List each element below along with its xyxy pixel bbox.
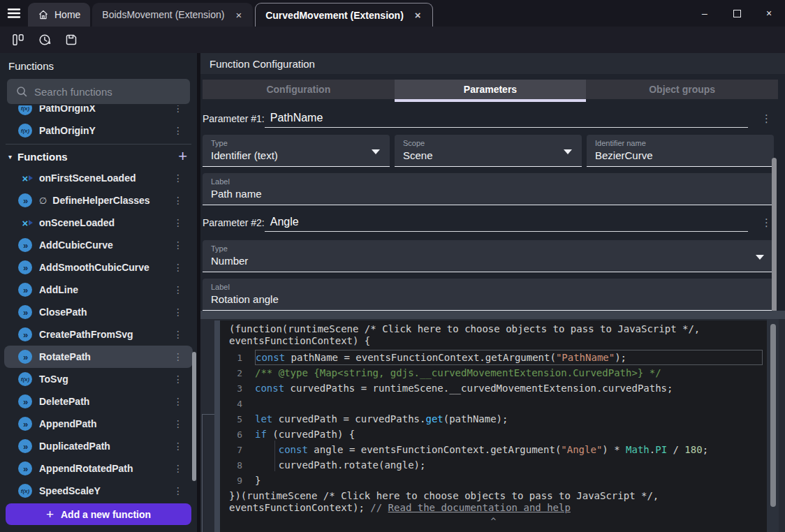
function-menu-button[interactable]: ⋮	[170, 306, 186, 318]
function-list-item-ToSvg[interactable]: f(x)ToSvg⋮	[4, 368, 193, 390]
close-tab-icon[interactable]: ×	[413, 9, 423, 21]
code-editor[interactable]: 1const pathName = eventsFunctionContext.…	[220, 350, 767, 488]
functions-section-header[interactable]: ▾ Functions +	[0, 146, 197, 167]
close-window-button[interactable]: ×	[753, 3, 785, 24]
events-scrollbar-thumb[interactable]	[770, 324, 776, 507]
minimize-button[interactable]: –	[689, 3, 721, 24]
function-list-item-AddLine[interactable]: »AddLine⋮	[4, 279, 193, 301]
close-tab-icon[interactable]: ×	[234, 9, 243, 21]
function-list-item-CreatePathFromSvg[interactable]: »CreatePathFromSvg⋮	[4, 323, 193, 346]
project-manager-button[interactable]	[8, 30, 28, 50]
parameter-name-input[interactable]: PathName	[265, 112, 748, 128]
parameter-name-input[interactable]: Angle	[265, 216, 748, 232]
collapse-icon[interactable]: ▾	[8, 153, 12, 161]
type-dropdown[interactable]: Type Identifier (text)	[203, 135, 390, 167]
function-list-item-ClosePath[interactable]: »ClosePath⋮	[4, 301, 193, 323]
events-scrollbar-track[interactable]	[767, 319, 779, 532]
function-list-item-PathOriginX[interactable]: f(x)PathOriginX⋮	[4, 105, 193, 119]
function-list-item-onSceneLoaded[interactable]: ×onSceneLoaded⋮	[4, 212, 193, 234]
function-list-item-DeletePath[interactable]: »DeletePath⋮	[4, 390, 193, 413]
action-function-icon: »	[18, 327, 32, 341]
function-list-item-onFirstSceneLoaded[interactable]: ×onFirstSceneLoaded⋮	[4, 167, 193, 189]
function-list-item-DuplicatedPath[interactable]: »DuplicatedPath⋮	[4, 435, 193, 457]
function-menu-button[interactable]: ⋮	[170, 463, 186, 474]
collapse-code-caret[interactable]: ^	[220, 516, 767, 526]
code-line-4[interactable]: 4	[220, 396, 767, 411]
hamburger-menu-button[interactable]	[0, 0, 28, 27]
version-history-button[interactable]	[35, 30, 54, 50]
javascript-code-event[interactable]: (function(runtimeScene /* Click here to …	[214, 320, 767, 532]
function-menu-button[interactable]: ⋮	[170, 441, 186, 452]
tab-label: Home	[54, 9, 80, 20]
function-menu-button[interactable]: ⋮	[170, 239, 186, 251]
action-function-icon: »	[18, 305, 32, 319]
function-name: DuplicatedPath	[39, 441, 110, 452]
function-menu-button[interactable]: ⋮	[170, 418, 186, 429]
identifier-name-field[interactable]: Identifier name BezierCurve	[587, 135, 774, 167]
function-menu-button[interactable]: ⋮	[170, 396, 186, 407]
maximize-icon	[733, 10, 741, 17]
parameters-scrollbar[interactable]	[772, 158, 777, 311]
function-list-item-AppendRotatedPath[interactable]: »AppendRotatedPath⋮	[4, 457, 193, 480]
search-functions-box[interactable]	[7, 79, 190, 104]
code-footer[interactable]: })(runtimeScene /* Click here to choose …	[220, 490, 767, 514]
dropdown-caret-icon	[756, 255, 764, 260]
type-dropdown[interactable]: Type Number	[203, 240, 774, 272]
code-line-9[interactable]: 9}	[220, 473, 767, 488]
code-line-8[interactable]: 8 curvedPath.rotate(angle);	[220, 457, 767, 473]
code-line-1[interactable]: 1const pathName = eventsFunctionContext.…	[220, 350, 767, 365]
field-value: Number	[211, 255, 765, 267]
function-menu-button[interactable]: ⋮	[170, 125, 186, 136]
function-list-item-AppendPath[interactable]: »AppendPath⋮	[4, 413, 193, 435]
maximize-button[interactable]	[721, 3, 753, 24]
tab-parameters[interactable]: Parameters	[395, 80, 587, 99]
function-menu-button[interactable]: ⋮	[170, 262, 186, 273]
function-list-item-SpeedScaleY[interactable]: f(x)SpeedScaleY⋮	[4, 480, 193, 502]
add-new-function-button[interactable]: + Add a new function	[6, 503, 191, 525]
parameter-heading: Parameter #1:	[203, 113, 265, 128]
event-drag-handle[interactable]	[214, 320, 220, 532]
code-indent-guide	[274, 441, 275, 471]
parameter-menu-button[interactable]: ⋮	[759, 112, 774, 128]
function-menu-button[interactable]: ⋮	[170, 195, 186, 206]
documentation-link[interactable]: Read the documentation and help	[388, 502, 571, 513]
function-menu-button[interactable]: ⋮	[170, 374, 186, 385]
function-menu-button[interactable]: ⋮	[170, 329, 186, 340]
tab-curvedmovement[interactable]: CurvedMovement (Extension) ×	[255, 3, 432, 27]
function-menu-button[interactable]: ⋮	[170, 217, 186, 228]
add-function-icon[interactable]: +	[178, 149, 187, 164]
action-function-icon: »	[18, 439, 32, 453]
function-menu-button[interactable]: ⋮	[170, 105, 186, 114]
code-line-7[interactable]: 7 const angle = eventsFunctionContext.ge…	[220, 442, 767, 457]
tab-boidsmovement[interactable]: BoidsMovement (Extension) ×	[92, 3, 253, 27]
tab-object-groups[interactable]: Object groups	[586, 80, 778, 99]
gdevelop-window: Home BoidsMovement (Extension) × CurvedM…	[0, 0, 785, 532]
plus-icon: +	[46, 507, 54, 522]
code-line-3[interactable]: 3const curvedPaths = runtimeScene.__curv…	[220, 380, 767, 396]
code-line-6[interactable]: 6if (curvedPath) {	[220, 427, 767, 442]
label-field[interactable]: Label Path name	[203, 173, 774, 205]
function-list-item-DefineHelperClasses[interactable]: »∅DefineHelperClasses⋮	[4, 189, 193, 212]
scope-dropdown[interactable]: Scope Scene	[395, 135, 582, 167]
tab-configuration[interactable]: Configuration	[203, 80, 395, 99]
search-functions-input[interactable]	[34, 86, 182, 98]
function-menu-button[interactable]: ⋮	[170, 284, 186, 295]
code-line-5[interactable]: 5let curvedPath = curvedPaths.get(pathNa…	[220, 411, 767, 427]
function-list-item-RotatePath[interactable]: »RotatePath⋮	[4, 346, 193, 368]
function-menu-button[interactable]: ⋮	[170, 172, 186, 184]
tab-home[interactable]: Home	[28, 3, 90, 27]
panel-splitter[interactable]	[200, 311, 785, 319]
function-name: RotatePath	[39, 351, 91, 362]
save-button[interactable]	[61, 30, 81, 50]
function-menu-button[interactable]: ⋮	[170, 485, 186, 496]
function-list-item-PathOriginY[interactable]: f(x)PathOriginY⋮	[4, 119, 193, 142]
function-list-item-AddCubicCurve[interactable]: »AddCubicCurve⋮	[4, 234, 193, 256]
function-name: AddCubicCurve	[39, 239, 113, 251]
code-header[interactable]: (function(runtimeScene /* Click here to …	[220, 323, 767, 347]
action-function-icon: »	[18, 350, 32, 364]
function-menu-button[interactable]: ⋮	[170, 351, 186, 362]
function-list-item-AddSmoothCubicCurve[interactable]: »AddSmoothCubicCurve⋮	[4, 256, 193, 279]
label-field[interactable]: Label Rotation angle	[203, 279, 774, 311]
sidebar-scrollbar[interactable]	[192, 352, 196, 481]
code-line-2[interactable]: 2/** @type {Map<string, gdjs.__curvedMov…	[220, 365, 767, 380]
